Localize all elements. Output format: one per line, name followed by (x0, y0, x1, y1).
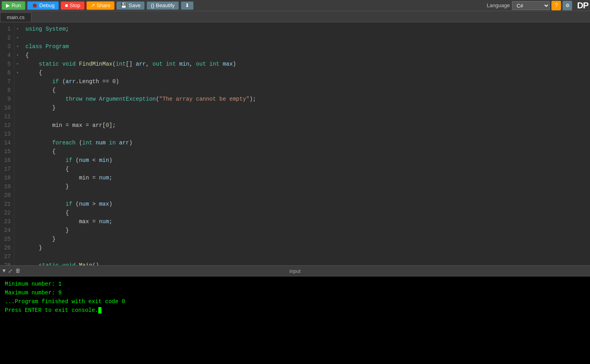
code-line: static void FindMinMax(int[] arr, out in… (25, 60, 585, 68)
line-number: 11 (3, 112, 11, 121)
console-line: Minimum number: 1 (5, 280, 585, 288)
token: ; (66, 25, 69, 33)
token (206, 60, 209, 68)
line-number: 13 (3, 130, 11, 138)
token: [] (126, 60, 136, 68)
line-number: 3 (3, 42, 11, 51)
line-number: 22 (3, 208, 11, 217)
line-numbers: 1234567891011121314151617181920212223242… (0, 22, 14, 265)
token: < (89, 156, 99, 165)
token: int (166, 60, 176, 68)
token: max = (25, 217, 99, 226)
token: int (116, 60, 126, 68)
line-number: 21 (3, 200, 11, 208)
fold-indicator[interactable]: ▾ (14, 25, 21, 33)
fold-indicator[interactable]: ▾ (14, 68, 21, 77)
token: 0 (106, 121, 109, 130)
token: { (25, 147, 56, 156)
token: max (223, 60, 233, 68)
console-clear-icon[interactable]: 🗑 (15, 268, 21, 274)
line-number: 24 (3, 226, 11, 235)
token: 0 (112, 77, 115, 86)
code-line: } (25, 226, 585, 235)
line-number: 26 (3, 243, 11, 252)
language-select[interactable]: C# Java Python C++ JavaScript (512, 1, 550, 10)
token: out (196, 60, 206, 68)
line-number: 23 (3, 217, 11, 226)
token: } (25, 226, 69, 235)
token: ) (129, 138, 132, 147)
token: static (25, 60, 59, 68)
debug-icon: 🐞 (31, 2, 38, 8)
code-line: { (25, 86, 585, 95)
token: { (25, 51, 29, 60)
run-label: Run (12, 2, 21, 8)
code-line: if (num > max) (25, 200, 585, 208)
code-line (25, 112, 585, 121)
token: void (62, 261, 76, 265)
token: > (89, 200, 99, 208)
code-line: { (25, 165, 585, 173)
help-button[interactable]: ? (551, 1, 561, 10)
line-number: 2 (3, 33, 11, 42)
code-line (25, 130, 585, 138)
token (95, 95, 99, 103)
fold-indicator[interactable]: ▾ (14, 33, 21, 42)
stop-button[interactable]: ■ Stop (60, 1, 85, 10)
share-button[interactable]: ↗ Share (86, 1, 115, 10)
token (219, 60, 222, 68)
token: { (25, 165, 69, 173)
fold-indicator[interactable]: ▾ (14, 42, 21, 51)
line-number: 10 (3, 103, 11, 112)
token: ( (72, 200, 79, 208)
debug-button[interactable]: 🐞 Debug (27, 1, 59, 10)
token: if (25, 200, 72, 208)
token: int (209, 60, 219, 68)
token: ; (109, 217, 112, 226)
fold-indicator[interactable]: ▾ (14, 51, 21, 60)
token (82, 95, 86, 103)
toolbar: ▶ Run 🐞 Debug ■ Stop ↗ Share 💾 Save {} B… (0, 0, 590, 11)
token: ( (72, 156, 79, 165)
token: } (25, 235, 56, 243)
code-line: { (25, 208, 585, 217)
token: static (25, 261, 59, 265)
line-number: 20 (3, 191, 11, 200)
token (76, 261, 79, 265)
debug-label: Debug (39, 2, 55, 8)
code-area[interactable]: using System;class Program{ static void … (21, 22, 590, 265)
token: arr (66, 77, 76, 86)
token: } (25, 103, 56, 112)
settings-button[interactable]: ⚙ (563, 1, 572, 10)
beautify-label: Beautify (156, 2, 175, 8)
save-label: Save (129, 2, 140, 8)
beautify-icon: {} (151, 2, 154, 8)
token (59, 60, 62, 68)
run-button[interactable]: ▶ Run (2, 1, 25, 10)
token: arr (136, 60, 146, 68)
token (92, 138, 95, 147)
save-button[interactable]: 💾 Save (116, 1, 145, 10)
download-button[interactable]: ⬇ (181, 1, 194, 10)
tab-label: main.cs (7, 14, 25, 20)
code-line: } (25, 235, 585, 243)
code-line: } (25, 103, 585, 112)
beautify-button[interactable]: {} Beautify (146, 1, 179, 10)
line-number: 27 (3, 252, 11, 261)
token: } (25, 243, 42, 252)
token: , (146, 60, 153, 68)
run-icon: ▶ (6, 2, 10, 8)
console-collapse-icon[interactable]: ▼ (2, 268, 6, 274)
token (76, 60, 79, 68)
console-expand-icon[interactable]: ⤢ (8, 268, 13, 274)
token: min = max = arr[ (25, 121, 106, 130)
fold-indicator[interactable]: ▾ (14, 60, 21, 68)
console-output: Minimum number: 1Maximum number: 9...Pro… (0, 276, 590, 364)
code-line: if (num < min) (25, 156, 585, 165)
token: foreach (25, 138, 76, 147)
line-number: 18 (3, 173, 11, 182)
share-label: Share (97, 2, 111, 8)
tab-main-cs[interactable]: main.cs (0, 12, 31, 22)
token (116, 138, 119, 147)
token: int (82, 138, 92, 147)
